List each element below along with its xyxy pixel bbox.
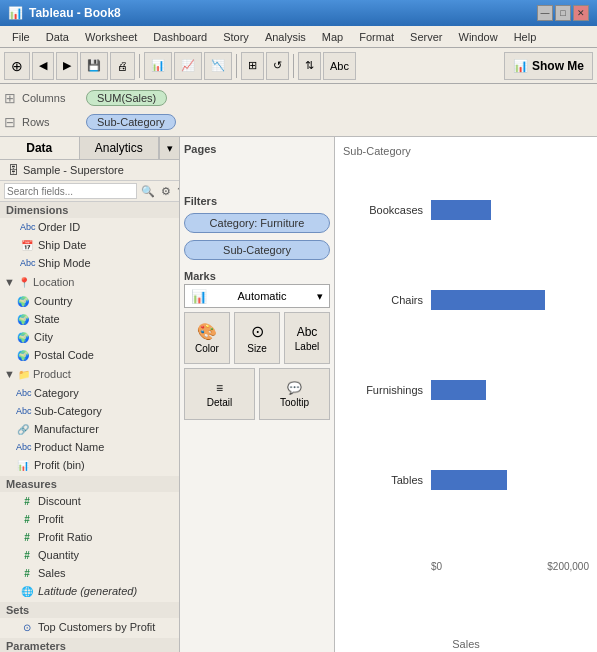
field-subcategory[interactable]: Abc Sub-Category — [0, 402, 179, 420]
menu-analysis[interactable]: Analysis — [257, 29, 314, 45]
menu-file[interactable]: File — [4, 29, 38, 45]
filter-category[interactable]: Category: Furniture — [184, 213, 330, 233]
field-quantity[interactable]: # Quantity — [0, 546, 179, 564]
menu-help[interactable]: Help — [506, 29, 545, 45]
hash-icon2: # — [20, 514, 34, 525]
dimensions-header: Dimensions — [0, 202, 179, 218]
menu-data[interactable]: Data — [38, 29, 77, 45]
menu-format[interactable]: Format — [351, 29, 402, 45]
marks-type-label: Automatic — [238, 290, 287, 302]
toolbar-chart2-btn[interactable]: 📈 — [174, 52, 202, 80]
toolbar-back-btn[interactable]: ◀ — [32, 52, 54, 80]
pages-drop-zone[interactable] — [184, 161, 330, 189]
location-section[interactable]: ▼ 📍 Location — [0, 272, 179, 292]
toolbar-print-btn[interactable]: 🖨 — [110, 52, 135, 80]
field-latitude[interactable]: 🌐 Latitude (generated) — [0, 582, 179, 600]
bar-label-tables: Tables — [343, 474, 423, 486]
field-manufacturer[interactable]: 🔗 Manufacturer — [0, 420, 179, 438]
datasource-name: Sample - Superstore — [23, 164, 124, 176]
minimize-button[interactable]: — — [537, 5, 553, 21]
maximize-button[interactable]: □ — [555, 5, 571, 21]
hash-icon3: # — [20, 532, 34, 543]
columns-label: Columns — [22, 92, 82, 104]
columns-pill[interactable]: SUM(Sales) — [86, 90, 167, 106]
bar-row-tables: Tables — [343, 470, 589, 490]
rows-pill[interactable]: Sub-Category — [86, 114, 176, 130]
field-product-name[interactable]: Abc Product Name — [0, 438, 179, 456]
menu-worksheet[interactable]: Worksheet — [77, 29, 145, 45]
tab-data[interactable]: Data — [0, 137, 80, 159]
product-expand-icon: ▼ — [4, 368, 15, 380]
set-icon: ⊙ — [20, 622, 34, 633]
tab-analytics[interactable]: Analytics — [80, 137, 160, 159]
abc-icon4: Abc — [16, 406, 30, 416]
product-label: Product — [33, 368, 71, 380]
marks-buttons-grid: 🎨 Color ⊙ Size Abc Label — [184, 312, 330, 364]
menu-window[interactable]: Window — [451, 29, 506, 45]
marks-type-dropdown[interactable]: 📊 Automatic ▾ — [184, 284, 330, 308]
toolbar-chart1-btn[interactable]: 📊 — [144, 52, 172, 80]
field-country[interactable]: 🌍 Country — [0, 292, 179, 310]
field-sales[interactable]: # Sales — [0, 564, 179, 582]
field-category[interactable]: Abc Category — [0, 384, 179, 402]
toolbar-sort-btn[interactable]: ⇅ — [298, 52, 321, 80]
field-top-customers[interactable]: ⊙ Top Customers by Profit — [0, 618, 179, 636]
show-me-button[interactable]: 📊 Show Me — [504, 52, 593, 80]
menu-map[interactable]: Map — [314, 29, 351, 45]
abc-icon5: Abc — [16, 442, 30, 452]
toolbar: ⊕ ◀ ▶ 💾 🖨 📊 📈 📉 ⊞ ↺ ⇅ Abc 📊 Show Me — [0, 48, 597, 84]
filter-subcategory[interactable]: Sub-Category — [184, 240, 330, 260]
marks-tooltip-button[interactable]: 💬 Tooltip — [259, 368, 330, 420]
link-icon: 🔗 — [16, 424, 30, 435]
pages-title: Pages — [184, 141, 330, 157]
toolbar-save-btn[interactable]: 💾 — [80, 52, 108, 80]
field-postal-code[interactable]: 🌍 Postal Code — [0, 346, 179, 364]
location-label: Location — [33, 276, 75, 288]
menu-server[interactable]: Server — [402, 29, 450, 45]
chart-area: Sub-Category Bookcases Chairs Furnishing… — [335, 137, 597, 652]
bar-label-furnishings: Furnishings — [343, 384, 423, 396]
field-profit[interactable]: # Profit — [0, 510, 179, 528]
field-search-input[interactable] — [4, 183, 137, 199]
marks-label-button[interactable]: Abc Label — [284, 312, 330, 364]
marks-color-button[interactable]: 🎨 Color — [184, 312, 230, 364]
field-profit-ratio[interactable]: # Profit Ratio — [0, 528, 179, 546]
field-options-icon[interactable]: ⚙ — [159, 184, 173, 199]
rows-icon: ⊟ — [4, 114, 16, 130]
toolbar-sep3 — [293, 54, 294, 78]
field-ship-mode[interactable]: Abc Ship Mode — [0, 254, 179, 272]
toolbar-forward-btn[interactable]: ▶ — [56, 52, 78, 80]
field-order-id[interactable]: Abc Order ID — [0, 218, 179, 236]
toolbar-new-btn[interactable]: ⊕ — [4, 52, 30, 80]
field-city[interactable]: 🌍 City — [0, 328, 179, 346]
show-me-label: Show Me — [532, 59, 584, 73]
panel-options-btn[interactable]: ▾ — [159, 137, 179, 159]
field-ship-date[interactable]: 📅 Ship Date — [0, 236, 179, 254]
marks-section: Marks 📊 Automatic ▾ 🎨 Color ⊙ Size Abc L… — [184, 268, 330, 420]
toolbar-chart3-btn[interactable]: 📉 — [204, 52, 232, 80]
marks-size-button[interactable]: ⊙ Size — [234, 312, 280, 364]
field-discount[interactable]: # Discount — [0, 492, 179, 510]
chart-icon: 📊 — [16, 460, 30, 471]
field-profit-bin[interactable]: 📊 Profit (bin) — [0, 456, 179, 474]
abc-icon2: Abc — [20, 258, 34, 268]
toolbar-sep1 — [139, 54, 140, 78]
menu-story[interactable]: Story — [215, 29, 257, 45]
columns-icon: ⊞ — [4, 90, 16, 106]
chart-subcategory-title: Sub-Category — [343, 145, 589, 157]
bar-track-chairs — [431, 290, 589, 310]
marks-detail-button[interactable]: ≡ Detail — [184, 368, 255, 420]
menu-dashboard[interactable]: Dashboard — [145, 29, 215, 45]
field-state[interactable]: 🌍 State — [0, 310, 179, 328]
close-button[interactable]: ✕ — [573, 5, 589, 21]
bar-fill-chairs — [431, 290, 545, 310]
title-bar-controls[interactable]: — □ ✕ — [537, 5, 589, 21]
toolbar-refresh-btn[interactable]: ↺ — [266, 52, 289, 80]
toolbar-label-btn[interactable]: Abc — [323, 52, 356, 80]
globe-icon1: 🌍 — [16, 296, 30, 307]
toolbar-filter-btn[interactable]: ⊞ — [241, 52, 264, 80]
product-section[interactable]: ▼ 📁 Product — [0, 364, 179, 384]
bar-fill-furnishings — [431, 380, 486, 400]
search-icon[interactable]: 🔍 — [139, 184, 157, 199]
label-text-icon: Abc — [297, 325, 318, 339]
